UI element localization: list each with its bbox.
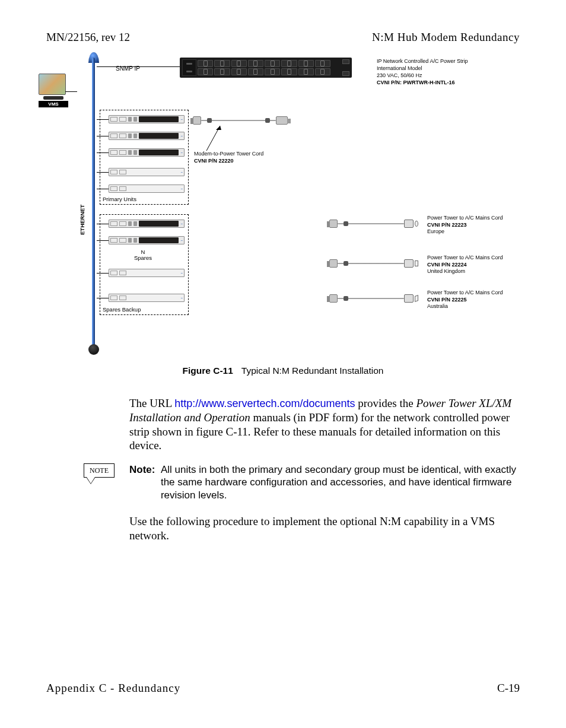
outlet-icon xyxy=(214,68,230,75)
vms-workstation: VMS xyxy=(39,74,68,107)
text-line: Power Tower to A/C Mains Cord xyxy=(427,255,503,262)
page-number: C-19 xyxy=(497,682,520,695)
page-header: MN/22156, rev 12 N:M Hub Modem Redundanc… xyxy=(46,31,520,44)
outlet-icon xyxy=(265,60,280,67)
arrow-icon xyxy=(203,122,227,152)
part-number: CVNI P/N 22225 xyxy=(427,297,503,304)
plug-icon xyxy=(329,294,338,303)
text-run: provides the xyxy=(355,397,416,409)
outlet-icon xyxy=(281,60,297,67)
text-line: Australia xyxy=(427,303,503,310)
outlet-icon xyxy=(231,68,247,75)
text-line: United Kingdom xyxy=(427,268,503,275)
note-text: All units in both the primary and second… xyxy=(161,463,521,501)
blank-unit: ~ xyxy=(109,185,185,193)
outlet-icon xyxy=(281,68,297,75)
outlet-icon xyxy=(315,68,330,75)
ethernet-label: ETHERNET xyxy=(79,204,85,236)
bus-tap xyxy=(65,91,77,92)
vms-label: VMS xyxy=(39,101,68,107)
cable-wire xyxy=(201,120,276,121)
note-label: Note: xyxy=(129,464,155,475)
modem-unit: ~ xyxy=(109,220,185,228)
mains-cord-desc: Power Tower to A/C Mains Cord CVNI P/N 2… xyxy=(427,290,503,310)
ethernet-port-icon xyxy=(342,71,349,76)
outlet-icon xyxy=(198,68,213,75)
text-line: International Model xyxy=(377,65,468,72)
mains-cord-europe xyxy=(329,220,418,228)
outlet-icon xyxy=(265,68,280,75)
power-strip-ports xyxy=(332,59,349,76)
note-icon: NOTE xyxy=(82,463,116,484)
paragraph: The URL http://www.servertech.com/docume… xyxy=(129,396,521,453)
text-line: IP Network Controlled A/C Power Strip xyxy=(377,58,468,65)
modem-unit: ~ xyxy=(109,236,185,244)
blank-unit: ~ xyxy=(109,269,185,277)
modem-unit: ~ xyxy=(109,115,185,123)
mains-cord-desc: Power Tower to A/C Mains Cord CVNI P/N 2… xyxy=(427,255,503,275)
note-block: NOTENote: All units in both the primary … xyxy=(129,463,521,501)
outlet-icon xyxy=(231,60,247,67)
power-strip-description: IP Network Controlled A/C Power Strip In… xyxy=(377,58,468,87)
power-strip-outlets xyxy=(198,60,330,75)
monitor-icon xyxy=(39,74,66,95)
outlet-icon xyxy=(248,68,263,75)
bus-terminator-bottom-icon xyxy=(88,344,99,355)
text-line: Spares xyxy=(134,255,152,261)
n-spares-label: N Spares xyxy=(134,249,152,262)
outlet-icon xyxy=(198,60,213,67)
cable-wire xyxy=(338,223,404,224)
socket-europe-icon xyxy=(404,220,418,228)
outlet-icon xyxy=(298,68,314,75)
plug-icon xyxy=(276,116,288,125)
serial-port-icon xyxy=(342,59,349,64)
cable-wire xyxy=(338,298,404,299)
appendix-label: Appendix C - Redundancy xyxy=(46,682,180,695)
plug-icon xyxy=(193,116,201,125)
modem-unit: ~ xyxy=(109,132,185,140)
modem-unit: ~ xyxy=(109,148,185,157)
monitor-base-icon xyxy=(43,96,63,100)
mains-cord-desc: Power Tower to A/C Mains Cord CVNI P/N 2… xyxy=(427,215,503,236)
cable-wire xyxy=(338,263,404,264)
bus-line xyxy=(92,58,95,347)
blank-unit: ~ xyxy=(109,168,185,176)
plug-icon xyxy=(329,220,338,228)
outlet-icon xyxy=(315,60,330,67)
part-number: CVNI P/N 22220 xyxy=(194,158,263,165)
modem-cord-label: Modem-to-Power Tower Cord CVNI P/N 22220 xyxy=(194,151,263,164)
note-box-label: NOTE xyxy=(84,463,115,478)
group-label: Spares Backup xyxy=(103,306,141,313)
figure-caption: Figure C-11Typical N:M Redundant Install… xyxy=(0,365,566,376)
paragraph: Use the following procedure to implement… xyxy=(129,514,521,543)
text-run: The URL xyxy=(129,397,174,409)
servertech-link[interactable]: http://www.servertech.com/documents xyxy=(174,398,355,409)
part-number: CVNI P/N: PWRTWR-H-INTL-16 xyxy=(377,79,468,86)
text-line: Modem-to-Power Tower Cord xyxy=(194,151,263,158)
text-line: 230 VAC, 50/60 Hz xyxy=(377,72,468,79)
section-title: N:M Hub Modem Redundancy xyxy=(372,31,520,44)
text-line: Europe xyxy=(427,228,503,236)
plug-icon xyxy=(329,259,338,268)
text-line: Power Tower to A/C Mains Cord xyxy=(427,290,503,297)
power-strip xyxy=(180,58,352,78)
outlet-icon xyxy=(214,60,230,67)
svg-marker-1 xyxy=(216,126,221,130)
part-number: CVNI P/N 22223 xyxy=(427,222,503,229)
mains-cord-uk xyxy=(329,259,418,268)
figure-title: Typical N:M Redundant Installation xyxy=(241,365,384,376)
mains-cord-australia xyxy=(329,294,418,303)
socket-au-icon xyxy=(404,294,418,303)
ethernet-bus xyxy=(88,52,99,355)
blank-unit: ~ xyxy=(109,294,185,302)
outlet-icon xyxy=(298,60,314,67)
figure-number: Figure C-11 xyxy=(183,365,233,376)
outlet-icon xyxy=(248,60,263,67)
power-strip-panel-icon xyxy=(182,59,196,76)
doc-number: MN/22156, rev 12 xyxy=(46,31,130,44)
figure-diagram: VMS ETHERNET SNMP IP IP Network Controll… xyxy=(39,52,531,355)
note-arrow-icon xyxy=(86,477,96,484)
body-content: The URL http://www.servertech.com/docume… xyxy=(129,396,521,553)
part-number: CVNI P/N 22224 xyxy=(427,262,503,269)
group-label: Primary Units xyxy=(103,196,136,202)
